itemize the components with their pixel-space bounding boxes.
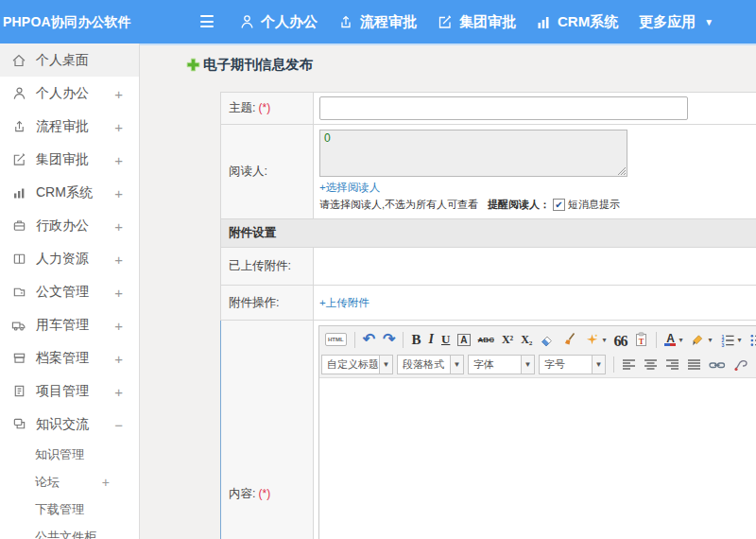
app-header: PHPOA协同办公软件 个人办公 流程审批 集团审批 CRM系统 更多应用 ▼ [0,0,756,43]
header-shadow [140,43,756,45]
subject-input[interactable] [319,96,688,120]
content-label: 内容:(*) [221,321,314,539]
sidebar-item-projects[interactable]: 项目管理 + [0,374,139,408]
choose-readers-link[interactable]: +选择阅读人 [319,181,380,194]
attachment-actions-label: 附件操作: [221,286,314,321]
editor-content-area[interactable] [319,377,756,539]
custom-heading-select[interactable]: 自定义标题▼ [321,355,393,374]
editor-toolbar-row1: HTML ↶ ↷ B I U A ABC X² X₂ ▾ [319,326,756,352]
expand-icon[interactable]: + [114,383,123,399]
italic-button[interactable]: I [425,329,438,350]
user-icon [11,86,26,101]
sidebar-item-documents[interactable]: 公文管理 + [0,275,139,308]
align-justify-button[interactable] [683,355,705,375]
sms-label: 短消息提示 [568,198,620,212]
sidebar-item-personal-office[interactable]: 个人办公 + [0,77,139,110]
html-source-button[interactable]: HTML [321,329,351,350]
expand-icon[interactable]: + [114,151,123,167]
align-center-button[interactable] [640,355,662,375]
expand-icon[interactable]: + [114,350,123,366]
nav-workflow-approval[interactable]: 流程审批 [338,13,417,31]
expand-icon[interactable]: + [114,85,123,101]
svg-text:3: 3 [721,342,724,347]
remove-format-button[interactable] [536,329,558,350]
clipboard-icon [11,384,26,399]
subscript-button[interactable]: X₂ [517,329,536,350]
blockquote-button[interactable]: 66 [610,329,630,350]
sidebar-item-group-approval[interactable]: 集团审批 + [0,143,139,176]
sidebar-item-vehicles[interactable]: 用车管理 + [0,308,139,341]
plus-icon [186,58,200,72]
collapse-icon[interactable]: − [114,416,123,432]
sidebar: 个人桌面 个人办公 + 流程审批 + 集团审批 + CRM系统 + 行政办公 +… [0,43,140,539]
ordered-list-button[interactable]: 123▾ [716,329,746,350]
font-style-button[interactable]: A [454,329,473,350]
auto-typeset-button[interactable]: ▾ [581,329,610,350]
content-area: 电子期刊信息发布 主题:(*) 阅读人: 0 +选择阅读人 请选择阅读人,不选为… [140,43,756,539]
sidebar-item-archives[interactable]: 档案管理 + [0,341,139,374]
expand-icon[interactable]: + [114,118,123,134]
attachments-section-title: 附件设置 [221,219,756,248]
sidebar-item-personal-desktop[interactable]: 个人桌面 [0,43,139,77]
unlink-button[interactable] [730,355,752,375]
paragraph-format-select[interactable]: 段落格式▼ [397,355,464,374]
sms-checkbox[interactable]: ✔ [553,199,565,211]
nav-more-apps[interactable]: 更多应用 ▼ [639,13,713,31]
sidebar-item-admin-office[interactable]: 行政办公 + [0,209,139,242]
sidebar-subitem-downloads[interactable]: 下载管理 [0,496,139,523]
upload-attachment-link[interactable]: +上传附件 [319,296,369,309]
unordered-list-button[interactable]: ▾ [746,329,756,350]
align-left-button[interactable] [618,355,640,375]
workflow-icon [338,14,353,29]
briefcase-icon [11,218,26,234]
svg-text:T: T [639,337,644,346]
font-size-select[interactable]: 字号▼ [539,355,606,374]
font-family-select[interactable]: 字体▼ [468,355,535,374]
insert-link-button[interactable] [705,355,730,375]
caret-down-icon: ▼ [704,17,713,27]
nav-group-approval[interactable]: 集团审批 [438,13,516,31]
redo-button[interactable]: ↷ [379,329,399,350]
page-title: 电子期刊信息发布 [186,56,313,74]
expand-icon[interactable]: + [114,251,123,267]
underline-button[interactable]: U [438,329,454,350]
readers-textarea[interactable]: 0 [319,130,627,177]
font-color-button[interactable]: A▾ [661,329,686,350]
truck-icon [11,318,26,333]
sidebar-item-knowledge[interactable]: 知识交流 − [0,408,139,441]
expand-icon[interactable]: + [102,475,110,490]
strikethrough-button[interactable]: ABC [474,329,498,350]
undo-button[interactable]: ↶ [359,329,379,350]
readers-label: 阅读人: [221,125,314,219]
expand-icon[interactable]: + [114,217,123,234]
paste-as-text-button[interactable]: T [630,329,652,350]
bar-chart-icon [537,15,551,29]
editor-toolbar-row2: 自定义标题▼ 段落格式▼ 字体▼ 字号▼ [319,352,756,377]
menu-toggle-icon[interactable] [200,15,214,27]
sidebar-subitem-knowledge-mgmt[interactable]: 知识管理 [0,441,139,468]
expand-icon[interactable]: + [114,184,123,200]
bar-chart-icon [11,185,26,200]
top-nav: 个人办公 流程审批 集团审批 CRM系统 更多应用 ▼ [240,0,713,43]
publish-form: 主题:(*) 阅读人: 0 +选择阅读人 请选择阅读人,不选为所有人可查看 提醒… [220,92,756,539]
superscript-button[interactable]: X² [498,329,517,350]
sidebar-item-hr[interactable]: 人力资源 + [0,242,139,275]
edit-icon [438,14,453,29]
sidebar-item-workflow[interactable]: 流程审批 + [0,110,139,143]
sidebar-subitem-forum[interactable]: 论坛 + [0,468,139,496]
highlight-color-button[interactable]: ▾ [686,329,715,350]
nav-personal-office[interactable]: 个人办公 [240,13,318,31]
expand-icon[interactable]: + [114,284,123,300]
format-brush-button[interactable] [558,329,581,350]
sidebar-subitem-public-files[interactable]: 公共文件柜 [0,523,139,539]
sidebar-item-crm[interactable]: CRM系统 + [0,176,139,209]
bold-button[interactable]: B [407,329,424,350]
nav-crm[interactable]: CRM系统 [537,13,618,31]
resize-grip-icon[interactable] [617,166,626,175]
align-right-button[interactable] [662,355,683,375]
uploaded-attachments-value [314,248,756,286]
workflow-icon [11,119,26,134]
expand-icon[interactable]: + [114,317,123,333]
insert-image-button[interactable] [752,355,756,375]
user-icon [240,14,254,29]
